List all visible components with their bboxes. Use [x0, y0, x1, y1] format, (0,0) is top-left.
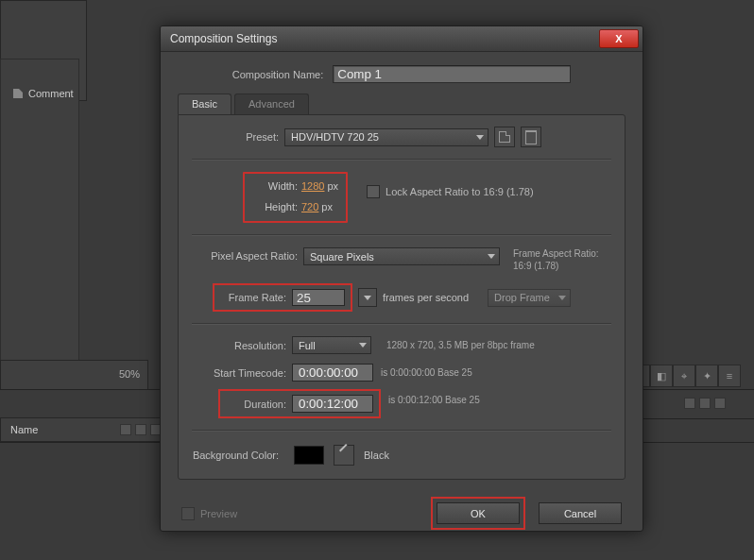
frame-aspect-info: Frame Aspect Ratio: 16:9 (1.78) [513, 247, 599, 272]
divider [192, 323, 611, 325]
resolution-label: Resolution: [192, 340, 292, 351]
divider [192, 430, 611, 432]
preview-label: Preview [200, 508, 237, 519]
preview-toggle: Preview [181, 507, 237, 520]
bg-panel [0, 59, 79, 382]
framerate-label: Frame Rate: [220, 292, 292, 303]
drop-frame-value: Drop Frame [494, 292, 550, 303]
pixel-aspect-dropdown[interactable]: Square Pixels [303, 247, 500, 265]
preset-value: HDV/HDTV 720 25 [291, 131, 379, 143]
eyedropper-icon [338, 450, 350, 461]
close-button[interactable]: X [599, 29, 639, 48]
bg-name-header: Name [0, 417, 170, 442]
composition-settings-dialog: Composition Settings X Composition Name:… [160, 25, 643, 532]
start-timecode-field[interactable] [292, 364, 373, 382]
chevron-down-icon [359, 343, 367, 348]
save-preset-button[interactable] [494, 127, 515, 147]
chevron-down-icon [488, 254, 495, 259]
resolution-value: Full [299, 340, 316, 351]
bgcolor-label: Background Color: [175, 450, 284, 461]
bg-tool-button[interactable]: ✦ [695, 365, 718, 387]
cancel-button[interactable]: Cancel [539, 502, 622, 524]
lock-aspect-label: Lock Aspect Ratio to 16:9 (1.78) [386, 186, 534, 197]
close-icon: X [615, 33, 622, 44]
start-timecode-label: Start Timecode: [192, 367, 292, 379]
width-label: Width: [252, 180, 301, 192]
bg-mini-button[interactable] [714, 398, 726, 409]
trash-icon [525, 130, 537, 144]
bg-comment-column: Comment [13, 88, 74, 99]
preset-label: Preset: [192, 131, 284, 143]
delete-preset-button[interactable] [521, 127, 541, 147]
preset-dropdown[interactable]: HDV/HDTV 720 25 [284, 128, 488, 146]
eyedropper-button[interactable] [334, 445, 354, 466]
ok-highlight: OK [431, 497, 525, 530]
width-field[interactable]: 1280 [301, 180, 324, 192]
bg-tool-button[interactable]: ⌖ [673, 365, 695, 387]
height-field[interactable]: 720 [301, 201, 318, 212]
bgcolor-swatch[interactable] [294, 446, 324, 465]
dialog-content: Composition Name: Basic Advanced Preset:… [161, 52, 643, 532]
bgcolor-name: Black [364, 450, 389, 461]
preview-checkbox [181, 507, 195, 520]
bg-icon[interactable] [120, 424, 131, 435]
bg-mini-button[interactable] [684, 398, 695, 409]
bg-mini-button[interactable] [699, 398, 711, 409]
duration-info: is 0:00:12:00 Base 25 [388, 395, 480, 405]
bg-icon[interactable] [135, 424, 146, 435]
ok-label: OK [471, 508, 486, 519]
resolution-info: 1280 x 720, 3.5 MB per 8bpc frame [386, 340, 535, 350]
duration-highlight: Duration: [218, 389, 381, 418]
tab-basic[interactable]: Basic [178, 93, 231, 114]
lock-aspect-checkbox[interactable] [367, 185, 380, 198]
framerate-highlight: Frame Rate: [213, 283, 352, 312]
start-timecode-info: is 0:00:00:00 Base 25 [381, 367, 472, 378]
duration-label: Duration: [226, 399, 292, 410]
duration-field[interactable] [292, 395, 373, 413]
chevron-down-icon [558, 296, 566, 300]
pixel-aspect-label: Pixel Aspect Ratio: [192, 250, 303, 262]
basic-panel: Preset: HDV/HDTV 720 25 Width: 1280 px [178, 114, 625, 480]
height-label: Height: [252, 201, 301, 212]
ok-button[interactable]: OK [437, 502, 520, 524]
frame-aspect-line2: 16:9 (1.78) [513, 260, 599, 272]
bg-tool-button[interactable]: ◧ [650, 365, 673, 387]
width-unit: px [327, 180, 338, 192]
comp-name-label: Composition Name: [232, 69, 330, 80]
cancel-label: Cancel [564, 508, 596, 519]
bg-tool-button[interactable]: ≡ [718, 365, 741, 387]
bg-toolbar: ▦ ◧ ⌖ ✦ ≡ [627, 365, 750, 387]
resolution-dropdown[interactable]: Full [292, 336, 371, 354]
height-unit: px [321, 201, 333, 212]
tag-icon [13, 89, 23, 98]
chevron-down-icon [364, 296, 371, 300]
comp-name-field[interactable] [333, 65, 571, 83]
dimensions-highlight: Width: 1280 px Height: 720 px [243, 172, 348, 223]
pixel-aspect-value: Square Pixels [310, 251, 374, 263]
framerate-dropdown-button[interactable] [358, 288, 377, 307]
divider [192, 234, 611, 236]
framerate-suffix: frames per second [383, 292, 469, 303]
divider [192, 159, 611, 161]
dialog-titlebar[interactable]: Composition Settings X [161, 26, 643, 52]
bg-zoom-level[interactable]: 50% [119, 368, 140, 380]
tab-advanced[interactable]: Advanced [234, 93, 309, 114]
dialog-footer: Preview OK Cancel [178, 497, 625, 530]
chevron-down-icon [476, 135, 484, 140]
framerate-field[interactable] [292, 289, 345, 306]
frame-aspect-line1: Frame Aspect Ratio: [513, 247, 599, 260]
dialog-title: Composition Settings [170, 32, 277, 45]
tabs: Basic Advanced [178, 93, 625, 114]
drop-frame-dropdown: Drop Frame [488, 289, 571, 307]
comment-label: Comment [28, 88, 74, 99]
save-icon [499, 131, 510, 143]
name-col-label: Name [10, 424, 38, 435]
